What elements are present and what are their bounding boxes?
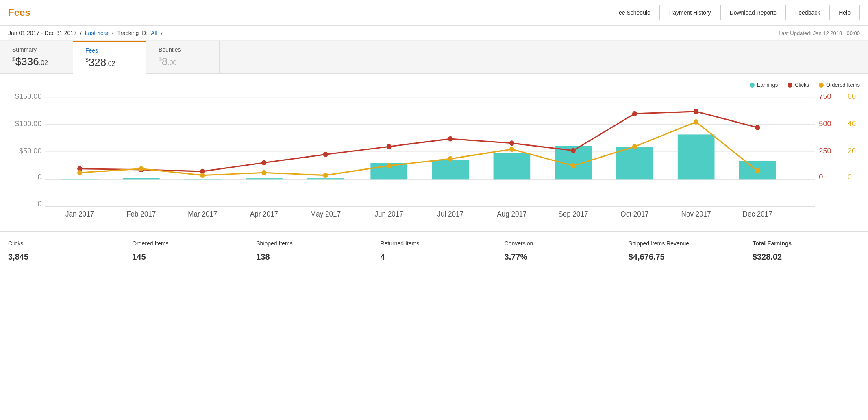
- earnings-dot: [750, 83, 755, 88]
- svg-text:$150.00: $150.00: [15, 93, 41, 101]
- legend-ordered-items: Ordered Items: [819, 82, 860, 88]
- last-updated: Last Updated: Jan 12 2018 +00:00: [779, 30, 860, 36]
- payment-history-button[interactable]: Payment History: [660, 5, 720, 20]
- item-dot-aug: [509, 147, 514, 152]
- date-dropdown-arrow[interactable]: ▾: [112, 31, 114, 35]
- click-dot-aug: [509, 140, 514, 146]
- stat-clicks: Clicks 3,845: [0, 232, 124, 270]
- svg-text:60: 60: [848, 93, 856, 101]
- tab-summary-value: $$336.02: [12, 55, 61, 68]
- last-year-link[interactable]: Last Year: [85, 30, 109, 36]
- stat-ordered-items: Ordered Items 145: [124, 232, 248, 270]
- item-dot-jun: [387, 163, 392, 168]
- chart-legend: Earnings Clicks Ordered Items: [8, 82, 860, 88]
- svg-text:Mar 2017: Mar 2017: [188, 210, 217, 219]
- stat-total-earnings-label: Total Earnings: [753, 240, 860, 247]
- stat-shipped-revenue-label: Shipped Items Revenue: [629, 240, 736, 247]
- svg-text:20: 20: [848, 147, 856, 155]
- stat-shipped-items: Shipped Items 138: [248, 232, 372, 270]
- stat-returned-items-label: Returned Items: [380, 240, 487, 247]
- svg-text:0: 0: [37, 173, 41, 182]
- svg-text:0: 0: [37, 199, 41, 208]
- item-dot-jan: [77, 170, 82, 175]
- click-dot-nov: [694, 109, 698, 114]
- svg-text:Nov 2017: Nov 2017: [681, 210, 711, 219]
- click-dot-jul: [448, 136, 453, 142]
- svg-text:Jun 2017: Jun 2017: [374, 210, 403, 219]
- svg-text:750: 750: [819, 93, 831, 101]
- item-dot-dec: [755, 168, 760, 174]
- stat-shipped-revenue-value: $4,676.75: [629, 252, 736, 262]
- bar-mar: [184, 179, 221, 179]
- stat-conversion-value: 3.77%: [505, 252, 612, 262]
- svg-text:500: 500: [819, 119, 831, 128]
- help-button[interactable]: Help: [829, 5, 860, 20]
- item-dot-may: [323, 173, 328, 178]
- fee-schedule-button[interactable]: Fee Schedule: [606, 5, 659, 20]
- chart-svg: $150.00 $100.00 $50.00 0 0 750 500 250 0…: [12, 93, 856, 223]
- stat-shipped-items-revenue: Shipped Items Revenue $4,676.75: [620, 232, 744, 270]
- item-dot-jul: [448, 156, 453, 162]
- tab-fees-label: Fees: [85, 47, 134, 54]
- legend-earnings-label: Earnings: [757, 82, 778, 88]
- bar-jan: [61, 179, 98, 179]
- legend-clicks-label: Clicks: [795, 82, 809, 88]
- svg-text:Aug 2017: Aug 2017: [497, 210, 526, 219]
- stat-conversion-label: Conversion: [505, 240, 612, 247]
- click-dot-jun: [387, 144, 392, 149]
- tab-fees-value: $328.02: [85, 56, 134, 69]
- clicks-dot: [788, 83, 792, 88]
- click-dot-oct: [632, 111, 637, 116]
- svg-text:Jul 2017: Jul 2017: [437, 210, 463, 219]
- svg-text:Jan 2017: Jan 2017: [65, 210, 94, 219]
- header-navigation: Fee Schedule Payment History Download Re…: [606, 5, 860, 20]
- tab-bounties-value: $8.00: [159, 55, 207, 68]
- stat-returned-items: Returned Items 4: [372, 232, 496, 270]
- stat-conversion: Conversion 3.77%: [496, 232, 620, 270]
- bar-aug: [494, 153, 531, 179]
- item-dot-mar: [200, 173, 205, 178]
- bar-may: [307, 178, 344, 179]
- legend-ordered-items-label: Ordered Items: [826, 82, 860, 88]
- click-dot-dec: [755, 125, 760, 130]
- filter-bar: Jan 01 2017 - Dec 31 2017 / Last Year ▾ …: [0, 26, 868, 41]
- tab-summary-label: Summary: [12, 46, 61, 53]
- tracking-id-link[interactable]: All: [151, 30, 157, 36]
- svg-text:$100.00: $100.00: [15, 119, 41, 128]
- page-header: Fees Fee Schedule Payment History Downlo…: [0, 0, 868, 26]
- stat-total-earnings: Total Earnings $328.02: [744, 232, 868, 270]
- svg-text:$50.00: $50.00: [19, 147, 41, 155]
- separator: /: [80, 30, 82, 36]
- click-dot-sep: [571, 148, 576, 153]
- bar-oct: [616, 147, 653, 179]
- click-dot-may: [323, 152, 328, 157]
- page-title: Fees: [8, 7, 30, 18]
- bar-apr: [246, 178, 283, 179]
- download-reports-button[interactable]: Download Reports: [720, 5, 786, 20]
- stat-shipped-items-label: Shipped Items: [256, 240, 363, 247]
- stats-bar: Clicks 3,845 Ordered Items 145 Shipped I…: [0, 231, 868, 270]
- stat-shipped-items-value: 138: [256, 252, 363, 262]
- tracking-dropdown-arrow[interactable]: ▾: [161, 31, 163, 35]
- bar-feb: [123, 178, 160, 179]
- item-dot-sep: [571, 163, 576, 168]
- stat-total-earnings-value: $328.02: [753, 252, 860, 262]
- tracking-label: Tracking ID:: [117, 30, 148, 36]
- tab-bounties[interactable]: Bounties $8.00: [146, 41, 220, 73]
- click-dot-apr: [261, 160, 266, 165]
- stat-returned-items-value: 4: [380, 252, 487, 262]
- ordered-items-dot: [819, 83, 824, 88]
- tab-fees[interactable]: Fees $328.02: [73, 41, 146, 74]
- svg-text:Apr 2017: Apr 2017: [250, 210, 278, 219]
- feedback-button[interactable]: Feedback: [786, 5, 829, 20]
- ordered-items-line: [80, 122, 757, 175]
- legend-clicks: Clicks: [788, 82, 809, 88]
- stat-ordered-items-label: Ordered Items: [132, 240, 239, 247]
- legend-earnings: Earnings: [750, 82, 778, 88]
- tabs-bar: Summary $$336.02 Fees $328.02 Bounties $…: [0, 41, 868, 74]
- stat-clicks-label: Clicks: [8, 240, 115, 247]
- item-dot-oct: [632, 144, 637, 149]
- svg-text:250: 250: [819, 147, 831, 155]
- tab-summary[interactable]: Summary $$336.02: [0, 41, 73, 73]
- bar-jul: [432, 160, 469, 179]
